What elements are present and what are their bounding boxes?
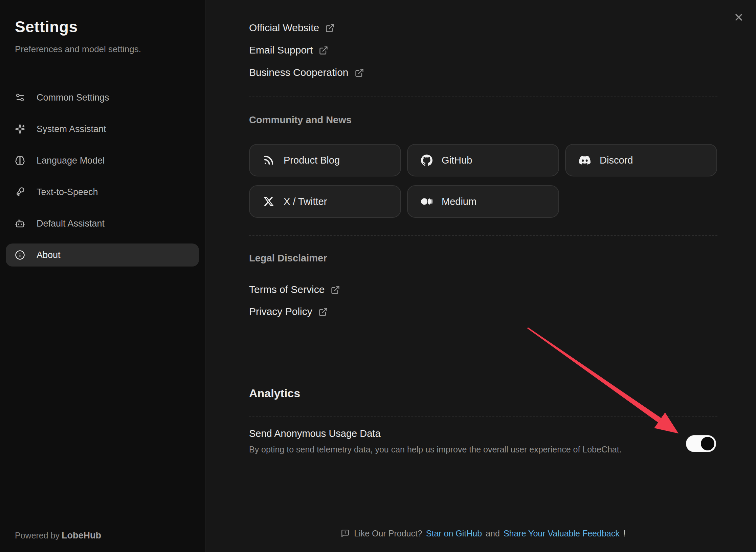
info-icon <box>15 250 25 260</box>
sidebar-item-text-to-speech[interactable]: Text-to-Speech <box>6 181 199 204</box>
message-bubble-icon <box>341 529 350 538</box>
community-heading: Community and News <box>249 114 352 126</box>
footer-prompt: Like Our Product? <box>354 528 422 539</box>
analytics-heading: Analytics <box>249 386 300 400</box>
star-on-github-link[interactable]: Star on GitHub <box>426 528 482 539</box>
sidebar-item-label: Language Model <box>37 155 105 166</box>
contact-us-heading: Contact Us <box>249 0 301 2</box>
external-link-icon <box>331 285 340 295</box>
link-label: Email Support <box>249 44 313 56</box>
rss-icon <box>263 154 275 166</box>
sidebar-item-system-assistant[interactable]: System Assistant <box>6 118 199 141</box>
about-content: Contact Us Official Website Email Suppor… <box>249 0 717 552</box>
button-label: X / Twitter <box>284 196 327 207</box>
external-link-icon <box>325 23 335 33</box>
sidebar-item-label: Text-to-Speech <box>37 187 98 197</box>
discord-button[interactable]: Discord <box>565 144 717 176</box>
button-label: Medium <box>442 196 476 207</box>
sidebar-item-common-settings[interactable]: Common Settings <box>6 86 199 109</box>
settings-nav: Common Settings System Assistant Languag… <box>6 86 199 267</box>
page-title: Settings <box>15 18 190 36</box>
sidebar-item-label: Common Settings <box>37 92 109 103</box>
button-label: Discord <box>600 155 633 166</box>
share-feedback-link[interactable]: Share Your Valuable Feedback <box>504 528 620 539</box>
usage-data-toggle[interactable] <box>686 435 716 452</box>
sidebar-item-label: About <box>37 250 61 260</box>
community-buttons: Product Blog GitHub Discord X / Twitter <box>249 144 717 218</box>
discord-icon <box>579 154 591 166</box>
feedback-footer: Like Our Product? Star on GitHub and Sha… <box>249 528 717 539</box>
link-label: Terms of Service <box>249 283 325 296</box>
medium-button[interactable]: Medium <box>407 185 559 218</box>
privacy-policy-link[interactable]: Privacy Policy <box>249 305 328 318</box>
business-cooperation-link[interactable]: Business Cooperation <box>249 66 364 79</box>
button-label: GitHub <box>442 155 472 166</box>
section-divider <box>249 416 717 417</box>
link-label: Privacy Policy <box>249 305 312 318</box>
x-icon <box>263 195 275 208</box>
github-icon <box>421 154 433 166</box>
toggle-knob <box>701 437 714 450</box>
usage-data-label: Send Anonymous Usage Data <box>249 427 381 440</box>
external-link-icon <box>355 68 364 78</box>
github-button[interactable]: GitHub <box>407 144 559 176</box>
official-website-link[interactable]: Official Website <box>249 22 335 34</box>
section-divider <box>249 235 717 236</box>
sidebar-header: Settings Preferences and model settings. <box>0 0 205 55</box>
sidebar-item-label: Default Assistant <box>37 218 105 229</box>
external-link-icon <box>318 307 328 317</box>
legal-heading: Legal Disclaimer <box>249 252 327 264</box>
medium-icon <box>421 195 433 208</box>
powered-by: Powered byLobeHub <box>15 530 101 541</box>
external-link-icon <box>319 46 328 55</box>
x-twitter-button[interactable]: X / Twitter <box>249 185 401 218</box>
settings-sidebar: Settings Preferences and model settings.… <box>0 0 205 552</box>
email-support-link[interactable]: Email Support <box>249 44 328 56</box>
sidebar-item-about[interactable]: About <box>6 243 199 267</box>
lobehub-brand: LobeHub <box>62 530 101 540</box>
mic-icon <box>15 187 25 197</box>
footer-exclamation: ! <box>623 528 626 539</box>
close-button[interactable] <box>732 11 745 24</box>
product-blog-button[interactable]: Product Blog <box>249 144 401 176</box>
powered-by-prefix: Powered by <box>15 531 60 540</box>
page-subtitle: Preferences and model settings. <box>15 44 190 55</box>
about-panel: Contact Us Official Website Email Suppor… <box>206 0 756 552</box>
sidebar-item-label: System Assistant <box>37 124 106 134</box>
button-label: Product Blog <box>284 155 340 166</box>
link-label: Business Cooperation <box>249 66 349 79</box>
close-icon <box>733 12 744 23</box>
sliders-icon <box>15 92 25 103</box>
sidebar-item-language-model[interactable]: Language Model <box>6 149 199 172</box>
sidebar-item-default-assistant[interactable]: Default Assistant <box>6 212 199 235</box>
bot-icon <box>15 218 25 229</box>
link-label: Official Website <box>249 22 319 34</box>
sparkles-icon <box>15 124 25 134</box>
section-divider <box>249 97 717 97</box>
brain-icon <box>15 155 25 166</box>
usage-data-description: By opting to send telemetry data, you ca… <box>249 444 622 454</box>
footer-conjunction: and <box>486 528 500 539</box>
terms-of-service-link[interactable]: Terms of Service <box>249 283 340 296</box>
